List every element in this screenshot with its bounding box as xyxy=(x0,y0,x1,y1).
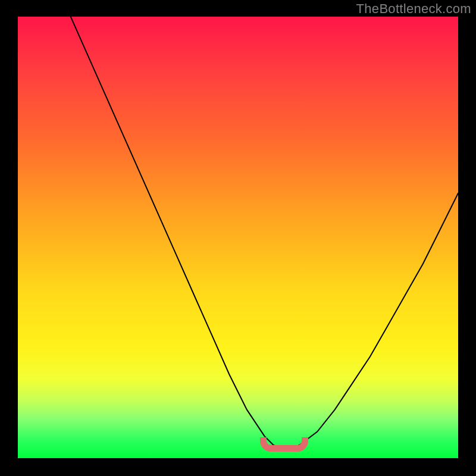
bottleneck-curve xyxy=(71,17,458,449)
curve-layer xyxy=(18,17,458,458)
chart-container: TheBottleneck.com xyxy=(0,0,476,476)
trough-marker xyxy=(260,437,308,452)
plot-area xyxy=(18,17,458,458)
watermark-text: TheBottleneck.com xyxy=(356,1,471,17)
